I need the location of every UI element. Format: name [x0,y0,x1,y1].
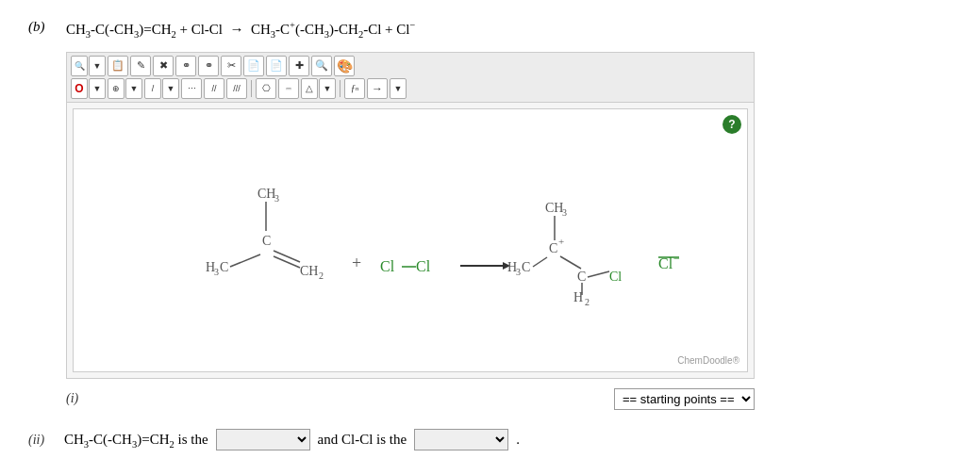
arrow-btn[interactable]: → [367,78,388,99]
toolbar-sep-2 [340,80,341,97]
template-btn[interactable]: ✖ [153,56,174,76]
shape-dropdown[interactable]: ▼ [319,78,336,99]
atom-dropdown[interactable]: ▼ [89,78,106,99]
chemdoodle-editor: 🔍 ▼ 📋 ✎ ✖ ⚭ ⚭ ✂ 📄 📄 ✚ 🔍 🎨 O ▼ [66,52,755,379]
svg-line-8 [274,251,300,262]
svg-text:C: C [549,241,557,255]
svg-text:3: 3 [516,267,521,277]
molecule2-role-select[interactable] [414,429,508,450]
clipboard-btn[interactable]: 📄 [266,56,287,76]
equation: CH3-C(-CH3)=CH2 + Cl-Cl → CH3-C+(-CH3)-C… [66,19,415,42]
svg-text:CH: CH [300,264,318,278]
svg-line-32 [588,271,609,277]
lasso-tool-group[interactable]: 🔍 ▼ [71,56,106,76]
atom-tool-group[interactable]: O ▼ [71,78,106,99]
part-ii-connector: and Cl-Cl is the [318,430,407,450]
triple-bond-btn[interactable]: /// [226,78,247,99]
molecule1-role-select[interactable] [216,429,310,450]
svg-text:2: 2 [585,297,590,307]
chemdoodle-toolbar: 🔍 ▼ 📋 ✎ ✖ ⚭ ⚭ ✂ 📄 📄 ✚ 🔍 🎨 O ▼ [67,53,754,103]
canvas-area[interactable]: ? CH 3 C H 3 C CH [73,108,748,372]
lasso-btn[interactable]: 🔍 [71,56,88,76]
svg-text:3: 3 [562,207,567,218]
chemdoodle-credit: ChemDoodle® [677,355,739,366]
paste-btn[interactable]: 📄 [243,56,264,76]
svg-line-27 [560,256,581,269]
bond-btn[interactable]: ⚭ [175,56,196,76]
svg-text:C: C [262,234,271,248]
svg-text:C: C [577,270,586,284]
dashed-btn[interactable]: ⋯ [181,78,202,99]
toolbar-row-2: O ▼ ⊕ ▼ / ▼ ⋯ // /// ⎔ ⎓ △ [71,78,750,99]
svg-text:−: − [673,252,680,265]
help-button[interactable]: ? [723,115,741,134]
zoom-out-btn[interactable]: 🔍 [311,56,332,76]
charge-tool-group[interactable]: ⊕ ▼ [108,78,142,99]
svg-line-26 [533,257,547,267]
ring5-btn[interactable]: ⎓ [278,78,299,99]
line-btn[interactable]: / [144,78,161,99]
svg-text:Cl: Cl [380,258,395,274]
ring6-btn[interactable]: ⎔ [256,78,276,99]
svg-line-9 [274,256,300,268]
atom-o-btn[interactable]: O [71,78,88,99]
arrow-tool-group[interactable]: ▼ [390,78,407,99]
shape-tool-group[interactable]: △ ▼ [301,78,336,99]
bond2-btn[interactable]: ⚭ [198,56,219,76]
svg-line-7 [230,254,260,267]
toolbar-sep-1 [251,80,252,97]
svg-text:CH: CH [545,201,563,215]
svg-text:+: + [352,254,361,272]
starting-points-select[interactable]: == starting points == [614,388,755,410]
zoom-in-btn[interactable]: ✚ [289,56,309,76]
line-tool-group[interactable]: / ▼ [144,78,179,99]
color-btn[interactable]: 🎨 [334,56,355,76]
section-label: (b) [28,19,57,35]
part-i-label: (i) [66,391,94,406]
copy-btn[interactable]: 📋 [108,56,128,76]
charge-dropdown[interactable]: ▼ [125,78,142,99]
molecule-svg: CH 3 C H 3 C CH 2 + Cl [92,123,715,358]
svg-text:3: 3 [214,267,219,277]
seq-btn[interactable]: ƒn [344,78,365,99]
part-ii-label: (ii) [28,433,57,448]
charge-btn[interactable]: ⊕ [108,78,125,99]
cut-btn[interactable]: ✂ [221,56,241,76]
svg-text:C: C [522,260,530,274]
part-ii-equation: CH3-C(-CH3)=CH2 is the [64,430,208,452]
part-ii: (ii) CH3-C(-CH3)=CH2 is the and Cl-Cl is… [28,429,952,452]
svg-text:CH: CH [257,187,275,201]
svg-text:2: 2 [319,270,324,281]
arrow-dropdown[interactable]: ▼ [390,78,407,99]
shape-btn[interactable]: △ [301,78,318,99]
svg-text:3: 3 [274,193,279,204]
svg-text:Cl: Cl [609,270,622,284]
toolbar-row-1: 🔍 ▼ 📋 ✎ ✖ ⚭ ⚭ ✂ 📄 📄 ✚ 🔍 🎨 [71,56,750,76]
svg-text:C: C [220,260,228,274]
lasso-dropdown[interactable]: ▼ [89,56,106,76]
svg-text:Cl: Cl [416,258,431,274]
line-dropdown[interactable]: ▼ [162,78,179,99]
bottom-row: (i) == starting points == [66,388,755,410]
edit-btn[interactable]: ✎ [130,56,151,76]
svg-text:+: + [558,236,564,247]
double-bond-btn[interactable]: // [204,78,224,99]
part-ii-period: . [516,432,520,448]
